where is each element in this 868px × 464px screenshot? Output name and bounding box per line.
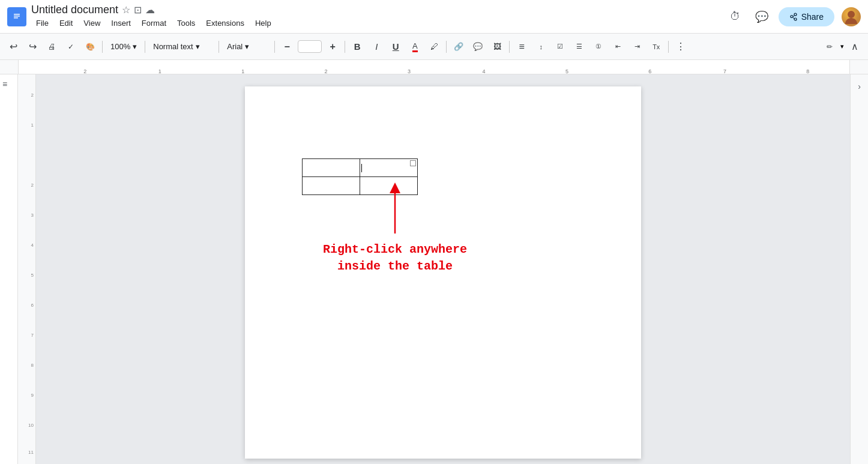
separator-2	[145, 41, 145, 53]
undo-button[interactable]: ↩	[5, 38, 22, 55]
doc-title[interactable]: Untitled document	[31, 4, 118, 16]
outdent-button[interactable]: ⇤	[609, 38, 626, 55]
ruler-mark-7: 7	[723, 68, 726, 74]
table-cell-r0c0[interactable]	[303, 159, 360, 177]
paint-format-button[interactable]: 🎨	[82, 38, 98, 55]
star-icon[interactable]: ☆	[122, 4, 130, 16]
vruler-6: 6	[31, 303, 34, 308]
menu-format[interactable]: Format	[137, 16, 171, 30]
italic-button[interactable]: I	[368, 38, 385, 55]
vruler-3: 3	[31, 212, 34, 218]
bullet-list-button[interactable]: ☰	[571, 38, 588, 55]
increase-font-button[interactable]: +	[324, 38, 341, 55]
style-select[interactable]: Normal text ▾	[149, 40, 215, 53]
separator-7	[509, 41, 510, 53]
menu-extensions[interactable]: Extensions	[201, 16, 249, 30]
image-button[interactable]: 🖼	[489, 38, 505, 55]
vruler-5: 5	[31, 273, 34, 278]
vruler-2: 2	[31, 92, 34, 98]
collapse-toolbar-button[interactable]: ∧	[846, 38, 863, 55]
document-page[interactable]: Right-click anywhere inside the table	[245, 86, 641, 459]
ruler-mark-3: 3	[408, 68, 411, 74]
vruler-11: 11	[28, 450, 34, 455]
doc-title-row: Untitled document ☆ ⊡ ☁	[31, 4, 721, 16]
underline-button[interactable]: U	[387, 38, 404, 55]
text-cursor	[361, 164, 362, 172]
style-value: Normal text	[153, 42, 193, 51]
sidebar-expand-button[interactable]: ›	[852, 79, 867, 94]
ruler-mark-1: 1	[158, 68, 161, 74]
annotation-line2: inside the table	[299, 258, 491, 275]
vruler-9: 9	[31, 393, 34, 398]
edit-mode-button[interactable]: ✏	[821, 38, 838, 55]
share-label: Share	[801, 12, 824, 22]
outline-panel: ≡	[0, 74, 18, 464]
font-select[interactable]: Arial ▾	[223, 40, 271, 53]
title-bar-right: ⏱ 💬 Share	[726, 7, 861, 26]
menu-view[interactable]: View	[79, 16, 105, 30]
link-button[interactable]: 🔗	[450, 38, 467, 55]
separator-3	[219, 41, 219, 53]
redo-button[interactable]: ↪	[24, 38, 41, 55]
font-size-input[interactable]: 11	[298, 40, 322, 53]
text-color-button[interactable]: A	[406, 38, 423, 55]
ruler-mark-2b: 2	[325, 68, 328, 74]
indent-button[interactable]: ⇥	[628, 38, 645, 55]
share-button[interactable]: Share	[779, 7, 834, 26]
ruler-mark-2: 2	[83, 68, 86, 74]
right-sidebar: ›	[850, 74, 868, 464]
ruler-mark-5: 5	[565, 68, 568, 74]
separator-1	[102, 41, 103, 53]
spell-check-button[interactable]: ✓	[62, 38, 79, 55]
font-chevron: ▾	[245, 42, 249, 51]
table-cell-r0c1[interactable]	[360, 159, 418, 177]
vruler-1: 1	[31, 122, 34, 128]
zoom-value: 100%	[110, 42, 130, 51]
menu-tools[interactable]: Tools	[172, 16, 200, 30]
zoom-chevron: ▾	[133, 42, 137, 51]
annotation-container: Right-click anywhere inside the table	[299, 182, 491, 275]
print-button[interactable]: 🖨	[43, 38, 60, 55]
font-value: Arial	[227, 42, 243, 51]
ruler: 2 1 1 2 3 4 5 6 7 8	[0, 60, 868, 74]
numbered-list-button[interactable]: ①	[590, 38, 607, 55]
menu-help[interactable]: Help	[250, 16, 276, 30]
line-spacing-button[interactable]: ↕	[532, 38, 549, 55]
vruler-4: 4	[31, 243, 34, 248]
svg-rect-1	[14, 14, 20, 15]
chat-icon[interactable]: 💬	[752, 7, 771, 26]
annotation-line1: Right-click anywhere	[299, 241, 491, 258]
clear-format-button[interactable]: Tx	[648, 38, 665, 55]
style-chevron: ▾	[196, 42, 200, 51]
menu-file[interactable]: File	[31, 16, 53, 30]
separator-8	[668, 41, 669, 53]
table-row	[303, 159, 418, 177]
edit-mode-chevron[interactable]: ▾	[840, 43, 844, 50]
comment-button[interactable]: 💬	[469, 38, 486, 55]
menu-bar: File Edit View Insert Format Tools Exten…	[31, 16, 721, 30]
decrease-font-button[interactable]: −	[279, 38, 295, 55]
main-area: ≡ 2 1 2 3 4 5 6 7 8 9 10 11	[0, 74, 868, 464]
bold-button[interactable]: B	[349, 38, 366, 55]
folder-icon[interactable]: ⊡	[134, 4, 142, 16]
cell-resize-handle[interactable]	[410, 160, 416, 166]
vruler-8: 8	[31, 363, 34, 368]
document-area[interactable]: Right-click anywhere inside the table	[36, 74, 850, 464]
cloud-icon[interactable]: ☁	[145, 4, 155, 16]
history-icon[interactable]: ⏱	[726, 7, 745, 26]
ruler-mark-0: 1	[241, 68, 244, 74]
checklist-button[interactable]: ☑	[552, 38, 568, 55]
avatar[interactable]	[842, 7, 861, 26]
highlight-button[interactable]: 🖊	[426, 38, 442, 55]
doc-icon	[7, 7, 26, 26]
outline-icon[interactable]: ≡	[2, 79, 15, 89]
menu-insert[interactable]: Insert	[106, 16, 136, 30]
menu-edit[interactable]: Edit	[55, 16, 77, 30]
svg-rect-2	[14, 16, 20, 17]
vruler-10: 10	[28, 423, 34, 428]
vruler-7: 7	[31, 333, 34, 338]
ruler-mark-4: 4	[483, 68, 486, 74]
align-button[interactable]: ≡	[513, 38, 530, 55]
zoom-select[interactable]: 100% ▾	[106, 40, 141, 53]
more-options-button[interactable]: ⋮	[672, 38, 689, 55]
